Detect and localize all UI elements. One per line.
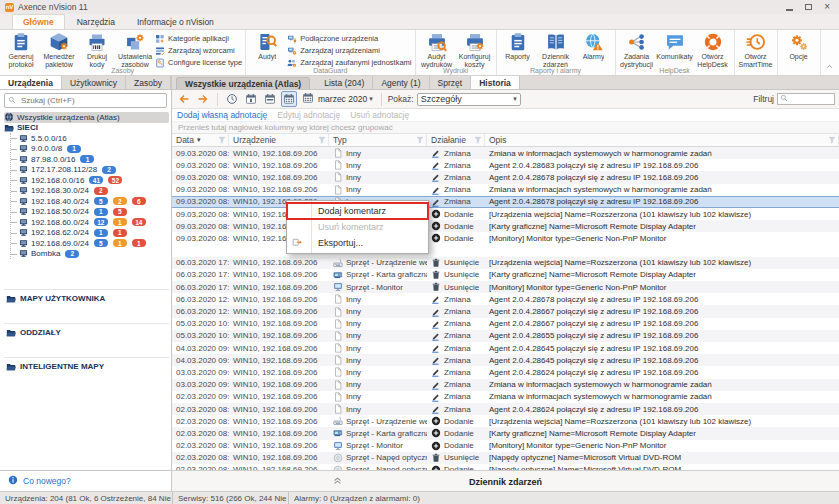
back-button[interactable] [176, 91, 192, 107]
tree-item-192-168-40-0-24[interactable]: 192.168.40.0/24526 [11, 196, 169, 207]
table-row[interactable]: 02.03.2020 08:36:43WIN10, 192.168.69.206… [172, 440, 839, 452]
remove-annotation-link[interactable]: Usuń adnotację [350, 110, 409, 120]
ribbon-button-dziennik-zdarzeń[interactable]: Dziennik zdarzeń [538, 31, 574, 69]
tree-item-192-168-60-0-24[interactable]: 192.168.60.0/2412114 [11, 217, 169, 228]
month-selector[interactable]: marzec 2020 ▾ [300, 90, 375, 108]
table-row[interactable]: 09.03.2020 08:34:49WIN10, 192.168.69.206… [172, 196, 839, 208]
ribbon-button-alarmy[interactable]: Alarmy [576, 31, 612, 61]
main-tab-historia[interactable]: Historia [471, 76, 520, 89]
ribbon-button-zadania-dystrybucji[interactable]: Zadania dystrybucji [619, 31, 655, 69]
ribbon-button-opcje[interactable]: Opcje [781, 31, 817, 61]
close-button[interactable]: × [824, 2, 830, 12]
ribbon-button-raporty[interactable]: Raporty [500, 31, 536, 61]
sidebar-tab-zasoby[interactable]: Zasoby [126, 76, 171, 89]
column-header-działanie[interactable]: Działanie [427, 134, 485, 146]
whats-new-link[interactable]: Co nowego? [23, 476, 71, 486]
table-row[interactable]: 04.03.2020 09:58:02WIN10, 192.168.69.206… [172, 342, 839, 354]
table-row[interactable]: 03.03.2020 09:54:19WIN10, 192.168.69.206… [172, 366, 839, 378]
tree-item-192-168-62-0-24[interactable]: 192.168.62.0/2411 [11, 228, 169, 239]
ribbon-button-drukuj-kody-kreskowe[interactable]: Drukuj kody kreskowe [79, 31, 115, 69]
table-row[interactable]: 09.03.2020 08:33:01WIN10, 192.168.69.206… [172, 208, 839, 220]
column-header-typ[interactable]: Typ [329, 134, 427, 146]
tree-item-192-168-69-0-24[interactable]: 192.168.69.0/24511 [11, 238, 169, 249]
month-view-button[interactable] [281, 91, 297, 107]
tree-item-sieci[interactable]: SIECI [4, 123, 169, 134]
tree-item-192-168-50-0-24[interactable]: 192.168.50.0/2415 [11, 207, 169, 218]
tree-item-bombka[interactable]: Bombka2 [11, 249, 169, 260]
week-view-button[interactable] [262, 91, 278, 107]
main-tab-lista-204[interactable]: Lista (204) [316, 76, 373, 89]
sidebar-tab-użytkownicy[interactable]: Użytkownicy [62, 76, 126, 89]
maximize-button[interactable] [805, 4, 812, 10]
table-row[interactable]: 09.03.2020 08:55:44WIN10, 192.168.69.206… [172, 171, 839, 183]
column-header-opis[interactable]: Opis [485, 134, 839, 146]
add-annotation-link[interactable]: Dodaj własną adnotację [177, 110, 267, 120]
table-row[interactable]: 06.03.2020 12:34:08WIN10, 192.168.69.206… [172, 293, 839, 305]
filter-funnel-button[interactable] [318, 136, 326, 144]
ribbon-button-podłączone-urządzenia[interactable]: Podłączone urządzenia [287, 33, 411, 44]
table-row[interactable]: 06.03.2020 17:34:42WIN10, 192.168.69.206… [172, 281, 839, 293]
ribbon-button-kategorie-aplikacji[interactable]: Kategorie aplikacji [155, 33, 242, 44]
table-row[interactable]: 05.03.2020 10:23:27WIN10, 192.168.69.206… [172, 330, 839, 342]
sidebar-section-mapy-użytkownika[interactable]: MAPY UŻYTKOWNIKA [4, 289, 169, 304]
day-view-button[interactable] [243, 91, 259, 107]
ribbon-button-menedżer-pakietów-msi[interactable]: Menedżer pakietów MSI [41, 31, 77, 69]
table-row[interactable]: 09.03.2020 08:33:00WIN10, 192.168.69.206… [172, 220, 839, 232]
filter-funnel-button[interactable] [416, 136, 424, 144]
ribbon-button-komunikaty[interactable]: Komunikaty [657, 31, 693, 61]
ribbon-button-audyt[interactable]: Audyt [249, 31, 285, 61]
tree-item-192-168-0-0-16[interactable]: 192.168.0.0/164152 [11, 175, 169, 186]
ribbon-button-otwórz-helpdesk[interactable]: Otwórz HelpDesk [695, 31, 731, 69]
search-input[interactable] [19, 95, 163, 106]
ribbon-tab-narzędzia[interactable]: Narzędzia [67, 15, 125, 29]
ribbon-button-audyt-wydruków[interactable]: Audyt wydruków [419, 31, 455, 69]
sidebar-tab-urządzenia[interactable]: Urządzenia [0, 76, 62, 89]
table-row[interactable]: 05.03.2020 10:25:13WIN10, 192.168.69.206… [172, 318, 839, 330]
main-tab-sprzęt[interactable]: Sprzęt [430, 76, 472, 89]
time-range-button[interactable] [224, 91, 240, 107]
table-row[interactable]: 09.03.2020 08:56:32WIN10, 192.168.69.206… [172, 159, 839, 171]
tree-item-5-5-0-0-16[interactable]: 5.5.0.0/16 [11, 133, 169, 144]
ribbon-button-ustawienia-zasobów[interactable]: Ustawienia zasobów [117, 31, 153, 69]
annotation-row[interactable]: dasd [172, 245, 839, 257]
table-row[interactable]: 09.03.2020 08:33:00WIN10, 192.168.69.206… [172, 232, 839, 244]
forward-button[interactable] [195, 91, 211, 107]
tree-item-wszystkie-urządzenia-atlas[interactable]: Wszystkie urządzenia (Atlas) [4, 112, 169, 123]
table-row[interactable]: 02.03.2020 08:36:43WIN10, 192.168.69.206… [172, 452, 839, 464]
table-row[interactable]: 06.03.2020 17:34:42WIN10, 192.168.69.206… [172, 269, 839, 281]
context-menu-item-dodaj-komentarz[interactable]: Dodaj komentarz [287, 203, 428, 219]
ribbon-button-konfiguruj-koszty-wydruków[interactable]: Konfiguruj koszty wydruków [457, 31, 493, 69]
ribbon-tab-informacje-o-nvision[interactable]: Informacje o nVision [127, 15, 224, 29]
context-menu-item-usuń-komentarz[interactable]: Usuń komentarz [287, 219, 428, 235]
edit-annotation-link[interactable]: Edytuj adnotację [277, 110, 340, 120]
column-header-data[interactable]: Data▾ [172, 134, 229, 146]
tree-item-172-17-208-112-28[interactable]: 172.17.208.112/282 [11, 165, 169, 176]
table-row[interactable]: 09.03.2020 08:56:39WIN10, 192.168.69.206… [172, 147, 839, 159]
table-row[interactable]: 02.03.2020 09:36:37WIN10, 192.168.69.206… [172, 391, 839, 403]
filter-funnel-button[interactable] [218, 136, 226, 144]
table-row[interactable]: 06.03.2020 17:34:42WIN10, 192.168.69.206… [172, 257, 839, 269]
ribbon-button-zarządzaj-urządzeniami[interactable]: Zarządzaj urządzeniami [287, 45, 411, 56]
filter-funnel-button[interactable] [474, 136, 482, 144]
table-row[interactable]: 09.03.2020 08:34:56WIN10, 192.168.69.206… [172, 184, 839, 196]
column-header-urządzenie[interactable]: Urządzenie [229, 134, 329, 146]
ribbon-button-otwórz-smarttime[interactable]: Otwórz SmartTime [738, 31, 774, 69]
table-row[interactable]: 06.03.2020 12:33:26WIN10, 192.168.69.206… [172, 305, 839, 317]
sidebar-section-oddziały[interactable]: ODDZIAŁY [4, 323, 169, 338]
table-row[interactable]: 02.03.2020 08:38:40WIN10, 192.168.69.206… [172, 403, 839, 415]
tree-item-192-168-30-0-24[interactable]: 192.168.30.0/242 [11, 186, 169, 197]
ribbon-button-generuj-protokół[interactable]: Generuj protokół [3, 31, 39, 69]
sidebar-section-inteligentne-mapy[interactable]: INTELIGENTNE MAPY [4, 357, 169, 372]
context-menu-item-eksportuj[interactable]: Eksportuj... [287, 235, 428, 251]
show-mode-select[interactable]: Szczegóły ▾ [417, 93, 521, 106]
table-row[interactable]: 03.03.2020 09:53:33WIN10, 192.168.69.206… [172, 379, 839, 391]
main-tab-agenty-1[interactable]: Agenty (1) [373, 76, 429, 89]
group-by-bar[interactable]: Przenieś tutaj nagłówek kolumny wg które… [172, 122, 839, 134]
collapse-ribbon-button[interactable] [825, 62, 834, 494]
tree-item-9-0-0-0-8[interactable]: 9.0.0.0/81 [11, 144, 169, 155]
minimize-button[interactable] [786, 9, 793, 11]
table-row[interactable]: 02.03.2020 08:36:43WIN10, 192.168.69.206… [172, 427, 839, 439]
ribbon-tab-główne[interactable]: Główne [12, 14, 65, 29]
table-row[interactable]: 02.03.2020 08:38:34WIN10, 192.168.69.206… [172, 415, 839, 427]
tree-item-87-98-0-0-16[interactable]: 87.98.0.0/161 [11, 154, 169, 165]
